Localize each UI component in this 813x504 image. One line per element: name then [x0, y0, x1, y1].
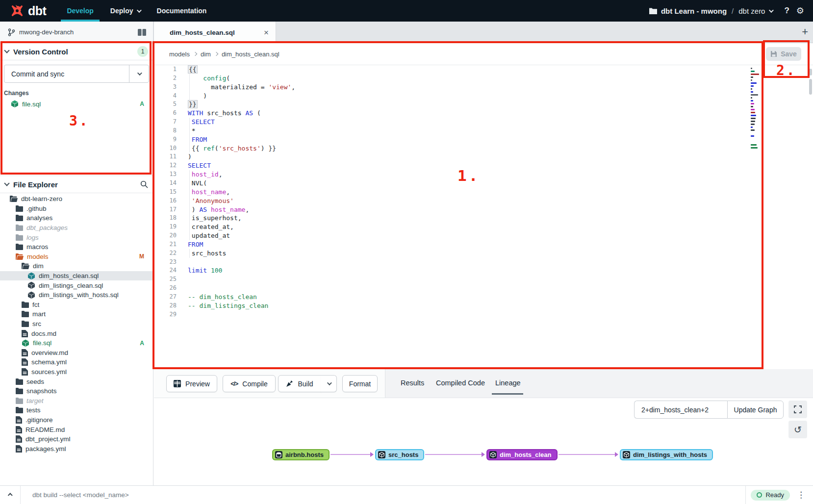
code-line-4[interactable]: 4 )	[154, 92, 813, 101]
split-view-icon[interactable]	[138, 29, 146, 36]
close-icon[interactable]: ×	[264, 28, 269, 37]
tree-item-dim-hosts-clean-sql[interactable]: dim_hosts_clean.sql	[0, 271, 153, 281]
preview-button[interactable]: Preview	[166, 375, 217, 392]
code-line-24[interactable]: 24limit 100	[154, 266, 813, 275]
lineage-node-dim-hosts-clean[interactable]: dim_hosts_clean	[486, 449, 558, 460]
fullscreen-icon[interactable]	[788, 401, 807, 418]
tree-item-dim-listings-with-hosts-sql[interactable]: dim_listings_with_hosts.sql	[0, 290, 153, 300]
code-line-15[interactable]: 15 host_name,	[154, 188, 813, 197]
tree-item-models[interactable]: modelsM	[0, 252, 153, 262]
lineage-node-src-hosts[interactable]: src_hosts	[375, 449, 424, 460]
tree-item-file-sql[interactable]: file.sqlA	[0, 338, 153, 348]
code-line-3[interactable]: 3 materialized = 'view',	[154, 83, 813, 92]
breadcrumb-file[interactable]: dim_hosts_clean.sql	[222, 50, 279, 58]
breadcrumb-models[interactable]: models	[169, 50, 190, 58]
code-line-8[interactable]: 8 *	[154, 126, 813, 135]
file-explorer-toggle[interactable]: File Explorer	[0, 176, 153, 193]
editor-scrollbar[interactable]	[809, 69, 812, 76]
compile-button[interactable]: </> Compile	[223, 375, 276, 392]
code-line-5[interactable]: 5}}	[154, 100, 813, 109]
tree-item-fct[interactable]: fct	[0, 300, 153, 310]
menu-develop[interactable]: Develop	[67, 0, 93, 22]
code-line-17[interactable]: 17 ) AS host_name,	[154, 205, 813, 214]
tab-results[interactable]: Results	[401, 379, 424, 387]
tree-item-mart[interactable]: mart	[0, 309, 153, 319]
code-line-29[interactable]: 29	[154, 310, 813, 319]
code-line-12[interactable]: 12SELECT	[154, 161, 813, 170]
code-line-20[interactable]: 20 updated_at	[154, 231, 813, 240]
code-line-16[interactable]: 16 'Anonymous'	[154, 197, 813, 205]
code-line-28[interactable]: 28-- dim_listings_clean	[154, 302, 813, 310]
build-button[interactable]: Build	[278, 375, 321, 392]
changed-file-row[interactable]: file.sql A	[0, 99, 153, 109]
tree-item-src[interactable]: src	[0, 319, 153, 329]
tab-dim-hosts-clean[interactable]: dim_hosts_clean.sql ×	[153, 22, 276, 43]
update-graph-button[interactable]: Update Graph	[727, 401, 784, 419]
code-line-18[interactable]: 18 is_superhost,	[154, 214, 813, 223]
code-line-25[interactable]: 25	[154, 275, 813, 284]
tree-item-snapshots[interactable]: snapshots	[0, 386, 153, 396]
tree-item-tests[interactable]: tests	[0, 405, 153, 415]
tree-item-packages-yml[interactable]: packages.yml	[0, 444, 153, 454]
code-line-26[interactable]: 26	[154, 284, 813, 293]
tree-item-seeds[interactable]: seeds	[0, 377, 153, 386]
code-line-23[interactable]: 23	[154, 258, 813, 267]
project-switcher[interactable]: dbt Learn - mwong / dbt zero	[649, 7, 773, 15]
tree-item-macros[interactable]: macros	[0, 242, 153, 252]
commit-options-dropdown[interactable]	[129, 65, 149, 82]
tree-item-dbt-learn-zero[interactable]: dbt-learn-zero	[0, 194, 153, 204]
tree-item-overview-md[interactable]: overview.md	[0, 348, 153, 358]
menu-deploy[interactable]: Deploy	[110, 0, 140, 22]
code-line-6[interactable]: 6WITH src_hosts AS (	[154, 109, 813, 118]
code-line-14[interactable]: 14 NVL(	[154, 179, 813, 188]
format-button[interactable]: Format	[342, 375, 378, 392]
tree-item-analyses[interactable]: analyses	[0, 213, 153, 223]
tree-item-dbt-project-yml[interactable]: dbt_project.yml	[0, 434, 153, 444]
lineage-node-dim-listings-with-hosts[interactable]: dim_listings_with_hosts	[620, 449, 713, 460]
tree-item-target[interactable]: target	[0, 396, 153, 405]
tab-compiled-code[interactable]: Compiled Code	[436, 379, 485, 387]
tree-item-dim-listings-clean-sql[interactable]: dim_listings_clean.sql	[0, 280, 153, 290]
tree-item-logs[interactable]: logs	[0, 232, 153, 242]
dbt-command-input[interactable]	[32, 491, 745, 499]
tree-item-dbt-packages[interactable]: dbt_packages	[0, 223, 153, 233]
search-icon[interactable]	[140, 180, 148, 188]
tree-item-docs-md[interactable]: docs.md	[0, 328, 153, 338]
code-line-22[interactable]: 22 src_hosts	[154, 249, 813, 258]
tree-item-schema-yml[interactable]: schema.yml	[0, 357, 153, 367]
reset-view-icon[interactable]: ↺	[788, 421, 807, 438]
kebab-menu-icon[interactable]: ⋮	[797, 490, 805, 500]
code-line-27[interactable]: 27-- dim_hosts_clean	[154, 293, 813, 302]
code-line-11[interactable]: 11)	[154, 152, 813, 161]
tree-item-dim[interactable]: dim	[0, 261, 153, 271]
lineage-selector-input[interactable]	[634, 401, 727, 419]
branch-name[interactable]: mwong-dev-branch	[19, 28, 74, 36]
code-line-21[interactable]: 21FROM	[154, 240, 813, 249]
code-line-9[interactable]: 9 FROM	[154, 135, 813, 144]
breadcrumb-dim[interactable]: dim	[201, 50, 211, 58]
chevron-up-icon[interactable]	[8, 493, 13, 498]
code-line-13[interactable]: 13 host_id,	[154, 170, 813, 179]
code-line-1[interactable]: 1{{	[154, 65, 813, 74]
version-control-header[interactable]: Version Control 1	[0, 43, 153, 60]
tree-item-sources-yml[interactable]: sources.yml	[0, 367, 153, 377]
code-editor[interactable]: 1{{2 config(3 materialized = 'view',4 )5…	[154, 65, 813, 369]
code-line-7[interactable]: 7 SELECT	[154, 118, 813, 126]
tree-item--gitignore[interactable]: .gitignore	[0, 415, 153, 425]
gear-icon[interactable]: ⚙	[796, 5, 804, 16]
help-icon[interactable]: ?	[784, 6, 789, 16]
build-options-dropdown[interactable]	[321, 375, 337, 392]
tree-item--github[interactable]: .github	[0, 204, 153, 214]
code-line-2[interactable]: 2 config(	[154, 74, 813, 83]
commit-and-sync-button[interactable]: Commit and sync	[4, 65, 149, 83]
new-tab-button[interactable]: +	[802, 26, 808, 37]
dbt-logo[interactable]: dbt	[10, 3, 46, 18]
lineage-node-airbnb-hosts[interactable]: airbnb.hosts	[272, 449, 330, 460]
menu-documentation[interactable]: Documentation	[157, 0, 207, 22]
editor-scrollbar[interactable]	[809, 79, 812, 95]
tree-item-readme-md[interactable]: README.md	[0, 425, 153, 434]
code-line-10[interactable]: 10 {{ ref('src_hosts') }}	[154, 144, 813, 153]
code-line-19[interactable]: 19 created_at,	[154, 223, 813, 231]
tab-lineage[interactable]: Lineage	[495, 379, 521, 387]
save-button[interactable]: Save	[766, 47, 801, 61]
